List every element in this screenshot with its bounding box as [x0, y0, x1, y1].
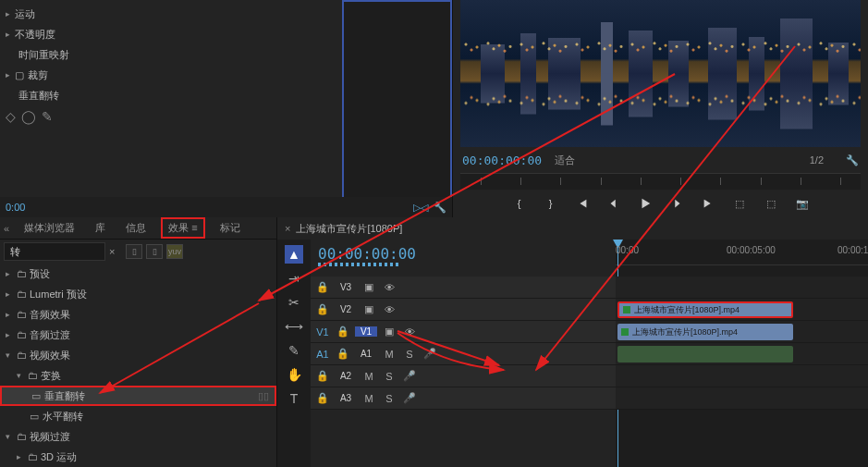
- ec-timeline-area[interactable]: [342, 0, 452, 217]
- track-header-v2[interactable]: 🔒 V2 ▣ 👁: [311, 299, 616, 321]
- ec-item-vflip[interactable]: 垂直翻转: [0, 85, 342, 105]
- fx-folder-audio-fx[interactable]: ▸🗀音频效果: [0, 304, 276, 325]
- fx-folder-transform[interactable]: ▾🗀变换: [0, 365, 276, 386]
- keyframe-icon[interactable]: ◇: [6, 109, 16, 124]
- tab-markers[interactable]: 标记: [214, 219, 246, 237]
- track-header-a3[interactable]: 🔒 A3 M S 🎤: [311, 387, 616, 410]
- track-header-a2[interactable]: 🔒 A2 M S 🎤: [311, 365, 616, 387]
- tab-media-browser[interactable]: 媒体浏览器: [18, 219, 80, 237]
- type-tool-icon[interactable]: T: [285, 389, 303, 408]
- fx-item-vertical-flip[interactable]: ▭垂直翻转▯▯: [0, 386, 276, 406]
- tab-library[interactable]: 库: [90, 219, 111, 237]
- clear-search-icon[interactable]: ×: [109, 246, 122, 257]
- voice-icon[interactable]: 🎤: [401, 369, 418, 384]
- fx-folder-audio-trans[interactable]: ▸🗀音频过渡: [0, 325, 276, 345]
- track-header-v1[interactable]: V1 🔒 V1 ▣ 👁: [311, 321, 616, 343]
- chevron-right-icon: ▸: [6, 70, 15, 80]
- toggle-output-icon[interactable]: ▣: [361, 302, 377, 317]
- ripple-tool-icon[interactable]: ✂: [285, 293, 303, 312]
- mask-icon[interactable]: ◯: [21, 109, 36, 124]
- timeline-ruler[interactable]: 00:00 00:00:05:00 00:00:10:00 00:00:15:0…: [616, 240, 868, 265]
- step-back-icon[interactable]: [606, 196, 621, 211]
- clip-v1[interactable]: 上海城市宣传片[1080P].mp4: [617, 324, 793, 340]
- ec-item-motion[interactable]: ▸ 运动: [0, 4, 342, 24]
- sequence-title: 上海城市宣传片[1080P]: [296, 222, 402, 236]
- eye-icon[interactable]: 👁: [381, 280, 397, 295]
- wrench-icon[interactable]: 🔧: [846, 154, 859, 166]
- hand-tool-icon[interactable]: ✋: [285, 365, 303, 384]
- voice-icon[interactable]: 🎤: [401, 391, 418, 406]
- voice-icon[interactable]: 🎤: [422, 347, 438, 362]
- mark-out-icon[interactable]: }: [544, 196, 558, 211]
- toggle-output-icon[interactable]: ▣: [381, 325, 397, 339]
- step-forward-icon[interactable]: [669, 196, 684, 211]
- tab-info[interactable]: 信息: [120, 219, 152, 237]
- track-header-v3[interactable]: 🔒 V3 ▣ 👁: [311, 277, 616, 299]
- mute-icon[interactable]: M: [361, 391, 377, 406]
- lock-icon[interactable]: 🔒: [314, 280, 331, 295]
- track-a1[interactable]: [616, 343, 868, 365]
- extract-icon[interactable]: ⬚: [764, 196, 778, 211]
- wrench-icon[interactable]: 🔧: [434, 202, 446, 214]
- fx-folder-video-fx[interactable]: ▾🗀视频效果: [0, 345, 276, 365]
- chevron-right-icon: ▸: [6, 9, 15, 18]
- mute-icon[interactable]: M: [361, 369, 377, 384]
- fx-badge-1-icon[interactable]: ▯: [126, 244, 142, 259]
- go-to-out-icon[interactable]: [701, 196, 715, 211]
- selection-tool-icon[interactable]: ▲: [285, 245, 303, 264]
- export-frame-icon[interactable]: 📷: [795, 196, 810, 211]
- effects-search-input[interactable]: [4, 242, 105, 261]
- fx-badge-yuv-icon[interactable]: yuv: [166, 244, 183, 259]
- mark-in-icon[interactable]: {: [512, 196, 527, 211]
- fx-folder-video-trans[interactable]: ▾🗀视频过渡: [0, 426, 276, 447]
- fx-folder-presets[interactable]: ▸🗀预设: [0, 264, 276, 284]
- eye-icon[interactable]: 👁: [381, 302, 397, 317]
- chevron-icon: ×: [285, 223, 290, 234]
- ec-item-opacity[interactable]: ▸ 不透明度: [0, 24, 342, 44]
- track-a2[interactable]: [616, 365, 868, 387]
- fx-folder-lumetri[interactable]: ▸🗀Lumetri 预设: [0, 284, 276, 304]
- track-v1[interactable]: 上海城市宣传片[1080P].mp4: [616, 321, 868, 343]
- eye-icon[interactable]: 👁: [401, 325, 418, 339]
- video-preview[interactable]: [460, 0, 861, 147]
- play-icon[interactable]: [638, 196, 653, 211]
- solo-icon[interactable]: S: [381, 369, 397, 384]
- fx-folder-3d-motion[interactable]: ▸🗀3D 运动: [0, 447, 276, 467]
- pen-icon[interactable]: ✎: [42, 109, 53, 124]
- go-to-in-icon[interactable]: [575, 196, 590, 211]
- pen-tool-icon[interactable]: ✎: [285, 341, 303, 360]
- track-a3[interactable]: [616, 387, 868, 410]
- toggle-output-icon[interactable]: ▣: [361, 280, 377, 295]
- solo-icon[interactable]: S: [401, 347, 418, 362]
- zoom-dropdown[interactable]: 1/2: [810, 154, 824, 166]
- fx-badge-2-icon[interactable]: ▯: [146, 244, 163, 259]
- solo-icon[interactable]: S: [381, 391, 397, 406]
- effect-controls-panel: ▸ 运动 ▸ 不透明度 时间重映射 ▸ ▢ 裁剪: [0, 0, 453, 217]
- track-select-tool-icon[interactable]: ⇥: [285, 269, 303, 288]
- source-patch-icon[interactable]: V1: [314, 325, 331, 339]
- track-v2[interactable]: 上海城市宣传片[1080P].mp4: [616, 299, 868, 321]
- lock-icon[interactable]: 🔒: [314, 302, 331, 317]
- clip-a1[interactable]: [617, 346, 793, 363]
- timeline-timecode[interactable]: 00:00:00:00: [318, 245, 608, 263]
- track-header-a1[interactable]: A1 🔒 A1 M S 🎤: [311, 343, 616, 365]
- track-v3[interactable]: [616, 277, 868, 299]
- razor-tool-icon[interactable]: ⟷: [285, 317, 303, 336]
- ec-label: 垂直翻转: [18, 89, 59, 103]
- mute-icon[interactable]: M: [381, 347, 397, 362]
- monitor-scrubber[interactable]: [460, 173, 861, 190]
- lock-icon[interactable]: 🔒: [314, 391, 331, 406]
- clip-v2[interactable]: 上海城市宣传片[1080P].mp4: [617, 301, 793, 318]
- source-patch-icon[interactable]: A1: [314, 347, 331, 362]
- lift-icon[interactable]: ⬚: [732, 196, 747, 211]
- lock-icon[interactable]: 🔒: [335, 325, 351, 339]
- fx-item-horizontal-flip[interactable]: ▭水平翻转: [0, 406, 276, 426]
- ec-item-time-remap[interactable]: 时间重映射: [0, 44, 342, 65]
- zoom-out-icon[interactable]: ▷◁: [413, 202, 428, 214]
- lock-icon[interactable]: 🔒: [314, 369, 331, 384]
- lock-icon[interactable]: 🔒: [335, 347, 351, 362]
- tab-effects[interactable]: 效果 ≡: [161, 217, 204, 239]
- fit-dropdown[interactable]: 适合: [555, 154, 575, 167]
- chevron-left-icon[interactable]: «: [4, 223, 9, 234]
- ec-item-crop[interactable]: ▸ ▢ 裁剪: [0, 65, 342, 85]
